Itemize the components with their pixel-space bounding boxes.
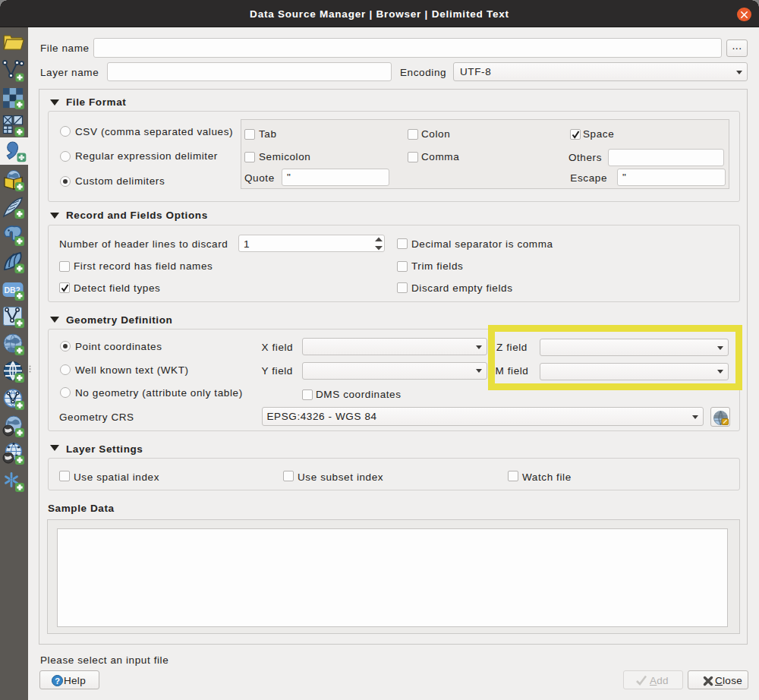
svg-text:?: ? bbox=[55, 676, 60, 685]
